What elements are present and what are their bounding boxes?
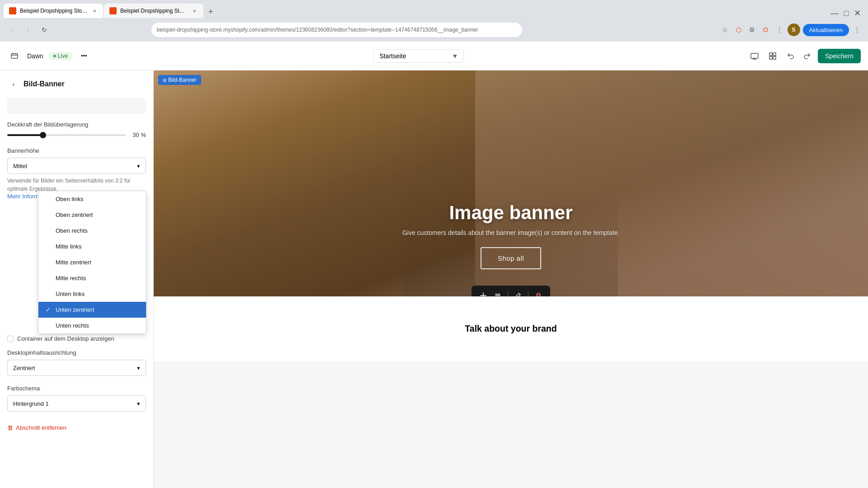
dropdown-item-label: Unten links	[56, 291, 85, 297]
color-scheme-select[interactable]: Hintergrund 1 ▾	[7, 395, 146, 412]
tab-1-label: Beispiel Dropshipping Store -...	[20, 8, 88, 14]
overlay-opacity-label: Deckkraft der Bildüberlagerung	[7, 121, 146, 128]
more-options-button[interactable]: •••	[78, 50, 90, 62]
svg-rect-1	[751, 53, 758, 58]
live-label: Live	[58, 53, 68, 59]
opera-icon[interactable]: O	[760, 24, 771, 35]
container-checkbox[interactable]	[7, 336, 14, 342]
svg-rect-0	[11, 54, 18, 58]
toolbar-list-button[interactable]	[491, 289, 504, 296]
update-button[interactable]: Aktualisieren	[803, 24, 849, 36]
live-dot	[53, 55, 56, 57]
dropdown-item-label: Unten zentriert	[56, 306, 94, 313]
slider-value: 30 %	[130, 131, 146, 138]
forward-button[interactable]: ›	[22, 23, 34, 36]
tab-2-label: Beispiel Dropshipping Store	[120, 8, 187, 14]
dropdown-item-label: Oben rechts	[56, 227, 88, 234]
dropdown-item-unten-links[interactable]: ✓ Unten links	[38, 286, 146, 302]
tab-2[interactable]: Beispiel Dropshipping Store ✕	[104, 4, 203, 18]
tab-1[interactable]: Beispiel Dropshipping Store -... ✕	[4, 4, 103, 18]
page-select-dropdown[interactable]: Startseite ▼	[373, 49, 464, 63]
list-icon	[495, 292, 501, 296]
dropdown-item-unten-rechts[interactable]: ✓ Unten rechts	[38, 318, 146, 333]
delete-label: Abschnitt entfernen	[16, 424, 66, 431]
sidebar-header: ‹ Bild-Banner	[7, 78, 146, 90]
delete-section-button[interactable]: 🗑 Abschnitt entfernen	[7, 421, 146, 435]
toolbar-move-button[interactable]	[477, 289, 490, 296]
dropdown-item-mitte-links[interactable]: ✓ Mitte links	[38, 239, 146, 254]
settings-icon[interactable]: ⚙	[747, 24, 758, 35]
address-icons: ☆ ⬡ ⚙ O ⋮ S Aktualisieren ⋮	[720, 23, 863, 36]
tab-2-close[interactable]: ✕	[191, 7, 198, 14]
trash-icon	[535, 292, 542, 296]
banner-section-label: ⊞ Bild-Banner	[158, 75, 201, 85]
overlay-opacity-group: Deckkraft der Bildüberlagerung 30 %	[7, 121, 146, 138]
app: Dawn Live ••• Startseite ▼	[0, 42, 868, 488]
tab-1-close[interactable]: ✕	[91, 7, 98, 14]
color-scheme-label: Farbschema	[7, 385, 146, 392]
new-tab-button[interactable]: +	[204, 5, 217, 18]
banner-section[interactable]: ⊞ Bild-Banner Image banner Give customer…	[154, 70, 868, 296]
banner-label-icon: ⊞	[163, 78, 166, 83]
window-maximize[interactable]: □	[844, 9, 849, 18]
window-collapse[interactable]: —	[830, 9, 839, 18]
redo-button[interactable]	[800, 49, 814, 63]
dropdown-item-oben-zentriert[interactable]: ✓ Oben zentriert	[38, 207, 146, 223]
dropdown-item-unten-zentriert[interactable]: ✓ Unten zentriert	[38, 302, 146, 318]
svg-rect-4	[769, 56, 772, 59]
window-close[interactable]: ✕	[854, 9, 861, 18]
color-scheme-group: Farbschema Hintergrund 1 ▾	[7, 385, 146, 412]
grid-icon	[769, 52, 777, 60]
extension-icon[interactable]: ⬡	[733, 24, 744, 35]
brand-title: Talk about your brand	[181, 324, 841, 334]
desktop-icon	[750, 52, 759, 60]
image-input-placeholder	[7, 98, 146, 114]
profile-avatar[interactable]: S	[788, 23, 800, 36]
save-button[interactable]: Speichern	[818, 49, 861, 63]
check-icon: ✓	[46, 306, 52, 313]
address-input[interactable]: beispiel-dropshipping-store.myshopify.co…	[151, 23, 522, 37]
banner-height-arrow: ▾	[137, 163, 140, 169]
tab-bar: Beispiel Dropshipping Store -... ✕ Beisp…	[0, 0, 868, 18]
dropdown-item-label: Oben links	[56, 196, 83, 202]
address-text: beispiel-dropshipping-store.myshopify.co…	[157, 27, 478, 33]
more-icon[interactable]: ⋮	[774, 24, 785, 35]
refresh-button[interactable]: ↻	[38, 23, 51, 36]
container-checkbox-row: Container auf dem Desktop anzeigen	[7, 335, 146, 342]
menu-icon[interactable]: ⋮	[852, 24, 863, 35]
slider-track[interactable]	[7, 134, 126, 136]
address-bar: ‹ › ↻ beispiel-dropshipping-store.myshop…	[0, 18, 868, 42]
topbar-center: Startseite ▼	[96, 49, 742, 63]
dropdown-item-mitte-rechts[interactable]: ✓ Mitte rechts	[38, 270, 146, 286]
banner-content: Image banner Give customers details abou…	[154, 202, 868, 269]
dropdown-item-label: Mitte links	[56, 243, 82, 250]
desktop-align-select[interactable]: Zentriert ▾	[7, 360, 146, 376]
dropdown-item-oben-links[interactable]: ✓ Oben links	[38, 191, 146, 207]
banner-label-text: Bild-Banner	[168, 77, 197, 83]
move-icon	[480, 292, 486, 296]
svg-rect-5	[773, 56, 776, 59]
svg-rect-2	[769, 53, 772, 56]
dropdown-item-label: Unten rechts	[56, 322, 89, 329]
toolbar-edit-button[interactable]	[512, 289, 524, 296]
toolbar-delete-button[interactable]	[532, 289, 545, 296]
banner-height-select[interactable]: Mittel ▾	[7, 158, 146, 174]
device-preview-button[interactable]	[747, 49, 762, 63]
topbar-left: Dawn Live •••	[7, 49, 90, 63]
sidebar-back-button[interactable]: ‹	[7, 78, 20, 90]
page-select-value: Startseite	[379, 52, 406, 60]
grid-icon-button[interactable]	[765, 49, 780, 63]
floating-toolbar	[472, 286, 550, 296]
shop-all-button[interactable]: Shop all	[481, 247, 541, 269]
back-button[interactable]: ‹	[5, 23, 18, 36]
desktop-align-group: Desktopinhaltsausrichtung Zentriert ▾	[7, 349, 146, 376]
exit-editor-button[interactable]	[7, 49, 22, 63]
exit-icon	[10, 52, 19, 60]
brand-section: Talk about your brand	[154, 296, 868, 361]
dropdown-item-mitte-zentriert[interactable]: ✓ Mitte zentriert	[38, 254, 146, 270]
position-dropdown[interactable]: ✓ Oben links ✓ Oben zentriert ✓ Oben rec…	[38, 191, 146, 334]
slider-thumb[interactable]	[40, 132, 46, 138]
dropdown-item-oben-rechts[interactable]: ✓ Oben rechts	[38, 223, 146, 239]
undo-button[interactable]	[783, 49, 798, 63]
bookmark-icon[interactable]: ☆	[720, 24, 731, 35]
